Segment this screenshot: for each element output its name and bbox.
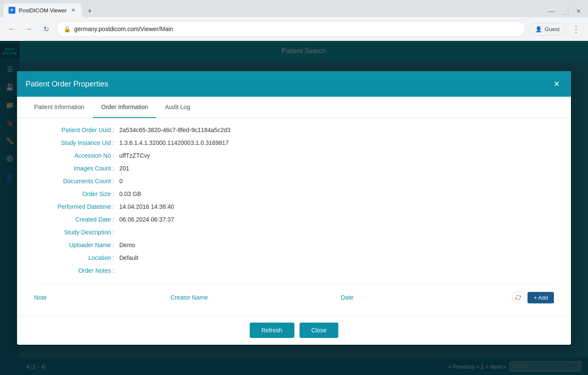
table-row: Order Notes : xyxy=(34,267,554,274)
field-label-created-date: Created Date : xyxy=(34,216,119,223)
field-value-study-instance-uid: 1.3.6.1.4.1.32000.11420003.1.0.3169817 xyxy=(119,139,554,146)
url-text: germany.postdicom.com/Viewer/Main xyxy=(74,26,518,32)
reload-button[interactable]: ↻ xyxy=(39,22,53,36)
tab-favicon: P xyxy=(9,7,15,14)
field-label-order-size: Order Size : xyxy=(34,190,119,197)
table-row: Created Date : 06.06.2024 06:37:37 xyxy=(34,216,554,223)
new-tab-button[interactable]: + xyxy=(84,5,95,17)
field-value-uploader-name: Demo xyxy=(119,242,554,248)
modal-footer: Refresh Close xyxy=(17,315,571,345)
address-bar: ← → ↻ 🔒 germany.postdicom.com/Viewer/Mai… xyxy=(0,17,588,41)
forward-button[interactable]: → xyxy=(22,22,36,36)
table-row: Performed Datetime : 14.04.2016 14:38:40 xyxy=(34,203,554,210)
back-button[interactable]: ← xyxy=(5,22,19,36)
field-value-location: Default xyxy=(119,254,554,261)
window-close-button[interactable]: ✕ xyxy=(573,5,585,17)
field-value-created-date: 06.06.2024 06:37:37 xyxy=(119,216,554,223)
tab-patient-information[interactable]: Patient Information xyxy=(26,97,93,118)
field-value-order-size: 0.03 GB xyxy=(119,190,554,197)
minimize-button[interactable]: — xyxy=(545,5,557,17)
notes-col-date: Date xyxy=(341,294,512,301)
tab-order-information[interactable]: Order Information xyxy=(93,97,157,118)
field-label-documents-count: Documents Count : xyxy=(34,178,119,185)
table-row: Documents Count : 0 xyxy=(34,178,554,185)
field-label-patient-order-uuid: Patient Order Uuid : xyxy=(34,127,119,133)
notes-actions: + Add xyxy=(512,291,554,303)
modal-title: Patient Order Properties xyxy=(26,80,108,89)
modal-dialog: Patient Order Properties ✕ Patient Infor… xyxy=(17,71,571,345)
field-label-accession-no: Accession No : xyxy=(34,152,119,159)
notes-header: Note Creator Name Date + Add xyxy=(34,291,554,303)
notes-section: Note Creator Name Date + Add xyxy=(34,284,554,303)
modal-body: Patient Order Uuid : 2a534c65-3820-46c7-… xyxy=(17,118,571,315)
table-row: Study Description : xyxy=(34,229,554,236)
active-tab[interactable]: P PostDICOM Viewer ✕ xyxy=(3,3,82,17)
info-table: Patient Order Uuid : 2a534c65-3820-46c7-… xyxy=(34,127,554,274)
field-label-performed-datetime: Performed Datetime : xyxy=(34,203,119,210)
table-row: Uploader Name : Demo xyxy=(34,242,554,248)
guest-label: Guest xyxy=(545,26,559,32)
table-row: Patient Order Uuid : 2a534c65-3820-46c7-… xyxy=(34,127,554,133)
field-label-images-count: Images Count : xyxy=(34,165,119,172)
refresh-button[interactable]: Refresh xyxy=(250,323,294,338)
tab-title: PostDICOM Viewer xyxy=(19,7,66,14)
browser-menu-button[interactable]: ⋮ xyxy=(569,22,583,36)
lock-icon: 🔒 xyxy=(63,26,71,32)
browser-chrome: P PostDICOM Viewer ✕ + — ⬜ ✕ ← → ↻ 🔒 ger… xyxy=(0,0,588,41)
field-label-order-notes: Order Notes : xyxy=(34,267,119,274)
field-value-patient-order-uuid: 2a534c65-3820-46c7-8fed-9c1184a5c2d3 xyxy=(119,127,554,133)
table-row: Accession No : uffTzZTCvy xyxy=(34,152,554,159)
table-row: Images Count : 201 xyxy=(34,165,554,172)
field-label-uploader-name: Uploader Name : xyxy=(34,242,119,248)
notes-col-creator: Creator Name xyxy=(170,294,341,301)
field-value-documents-count: 0 xyxy=(119,178,554,185)
field-value-images-count: 201 xyxy=(119,165,554,172)
notes-col-note: Note xyxy=(34,294,170,301)
field-value-performed-datetime: 14.04.2016 14:38:40 xyxy=(119,203,554,210)
modal-close-button[interactable]: ✕ xyxy=(551,78,562,90)
tab-close-button[interactable]: ✕ xyxy=(70,7,77,14)
window-controls: — ⬜ ✕ xyxy=(545,5,588,17)
tabs-container: Patient Information Order Information Au… xyxy=(17,97,571,118)
field-label-study-description: Study Description : xyxy=(34,229,119,236)
close-button[interactable]: Close xyxy=(300,323,339,338)
tab-bar: P PostDICOM Viewer ✕ + — ⬜ ✕ xyxy=(0,0,588,17)
modal-header: Patient Order Properties ✕ xyxy=(17,71,571,97)
table-row: Order Size : 0.03 GB xyxy=(34,190,554,197)
field-label-location: Location : xyxy=(34,254,119,261)
notes-refresh-button[interactable] xyxy=(512,291,524,303)
table-row: Location : Default xyxy=(34,254,554,261)
field-label-study-instance-uid: Study Instance Uid : xyxy=(34,139,119,146)
guest-icon: 👤 xyxy=(535,26,542,32)
field-value-accession-no: uffTzZTCvy xyxy=(119,152,554,159)
url-bar[interactable]: 🔒 germany.postdicom.com/Viewer/Main xyxy=(56,21,525,37)
guest-button[interactable]: 👤 Guest xyxy=(529,23,566,35)
maximize-button[interactable]: ⬜ xyxy=(559,5,571,17)
tab-audit-log[interactable]: Audit Log xyxy=(156,97,199,118)
modal-overlay: Patient Order Properties ✕ Patient Infor… xyxy=(0,41,588,375)
table-row: Study Instance Uid : 1.3.6.1.4.1.32000.1… xyxy=(34,139,554,146)
add-note-button[interactable]: + Add xyxy=(527,292,554,303)
